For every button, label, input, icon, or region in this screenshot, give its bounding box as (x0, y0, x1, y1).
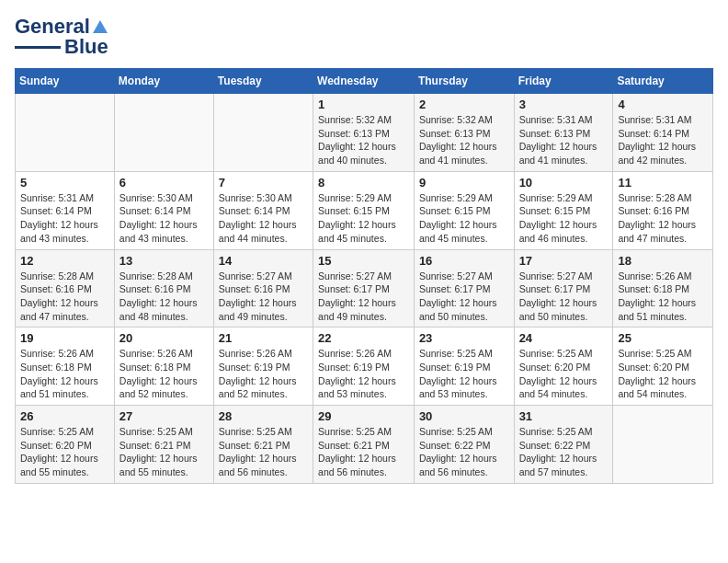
weekday-header-saturday: Saturday (613, 69, 713, 94)
day-info-line: Daylight: 12 hours (318, 375, 396, 386)
day-info-line: and 45 minutes. (318, 233, 387, 244)
day-info-line: and 42 minutes. (618, 155, 687, 166)
day-number: 7 (219, 176, 308, 190)
day-info-line: Sunset: 6:20 PM (519, 362, 591, 373)
calendar-cell: 11Sunrise: 5:28 AMSunset: 6:16 PMDayligh… (613, 171, 713, 249)
day-info-line: Daylight: 12 hours (219, 219, 297, 230)
day-info: Sunrise: 5:26 AMSunset: 6:18 PMDaylight:… (119, 347, 209, 401)
day-info-line: Sunrise: 5:27 AM (519, 270, 593, 282)
day-info-line: Daylight: 12 hours (219, 297, 297, 308)
day-info: Sunrise: 5:27 AMSunset: 6:17 PMDaylight:… (419, 270, 509, 324)
day-info-line: Sunset: 6:14 PM (219, 205, 290, 216)
day-info-line: and 50 minutes. (519, 311, 588, 322)
day-info-line: Sunset: 6:16 PM (219, 283, 290, 294)
day-info-line: Daylight: 12 hours (419, 141, 497, 152)
weekday-header-row: SundayMondayTuesdayWednesdayThursdayFrid… (16, 69, 713, 94)
day-number: 3 (519, 98, 609, 111)
day-info: Sunrise: 5:27 AMSunset: 6:17 PMDaylight:… (318, 270, 409, 324)
day-info-line: Daylight: 12 hours (618, 141, 696, 152)
day-info-line: Sunset: 6:13 PM (318, 128, 390, 139)
calendar-cell: 10Sunrise: 5:29 AMSunset: 6:15 PMDayligh… (514, 171, 613, 249)
day-info-line: Daylight: 12 hours (519, 297, 597, 308)
day-info: Sunrise: 5:25 AMSunset: 6:20 PMDaylight:… (519, 347, 609, 401)
day-info: Sunrise: 5:28 AMSunset: 6:16 PMDaylight:… (618, 191, 708, 246)
day-info: Sunrise: 5:31 AMSunset: 6:13 PMDaylight:… (519, 113, 609, 167)
day-info: Sunrise: 5:26 AMSunset: 6:19 PMDaylight:… (318, 347, 409, 401)
day-info: Sunrise: 5:30 AMSunset: 6:14 PMDaylight:… (119, 191, 209, 246)
day-info-line: and 46 minutes. (519, 233, 588, 244)
day-info-line: Sunset: 6:14 PM (618, 128, 689, 139)
week-row-3: 12Sunrise: 5:28 AMSunset: 6:16 PMDayligh… (16, 249, 713, 327)
day-info-line: Sunrise: 5:26 AM (618, 270, 691, 282)
calendar-cell: 15Sunrise: 5:27 AMSunset: 6:17 PMDayligh… (313, 249, 415, 327)
day-info: Sunrise: 5:28 AMSunset: 6:16 PMDaylight:… (20, 270, 109, 324)
day-info: Sunrise: 5:30 AMSunset: 6:14 PMDaylight:… (219, 191, 308, 246)
day-number: 27 (119, 409, 209, 423)
weekday-header-tuesday: Tuesday (213, 69, 313, 94)
day-info-line: and 40 minutes. (318, 155, 387, 166)
day-info-line: Daylight: 12 hours (20, 375, 98, 386)
day-info: Sunrise: 5:26 AMSunset: 6:18 PMDaylight:… (20, 347, 109, 401)
day-info-line: Daylight: 12 hours (618, 297, 696, 308)
day-info-line: and 41 minutes. (419, 155, 488, 166)
week-row-5: 26Sunrise: 5:25 AMSunset: 6:20 PMDayligh… (16, 406, 713, 484)
calendar-cell: 6Sunrise: 5:30 AMSunset: 6:14 PMDaylight… (114, 171, 213, 249)
day-info-line: Sunrise: 5:25 AM (419, 348, 493, 359)
day-info-line: Sunset: 6:14 PM (20, 205, 92, 216)
day-number: 1 (318, 98, 409, 111)
day-info-line: Sunrise: 5:29 AM (318, 192, 392, 203)
day-info-line: Sunrise: 5:29 AM (519, 192, 593, 203)
calendar-cell: 1Sunrise: 5:32 AMSunset: 6:13 PMDaylight… (313, 94, 415, 172)
day-info-line: and 52 minutes. (119, 388, 188, 399)
calendar-cell: 5Sunrise: 5:31 AMSunset: 6:14 PMDaylight… (16, 171, 115, 249)
day-info-line: and 41 minutes. (519, 155, 588, 166)
day-number: 8 (318, 176, 409, 190)
day-info: Sunrise: 5:28 AMSunset: 6:16 PMDaylight:… (119, 270, 209, 324)
weekday-header-sunday: Sunday (16, 69, 115, 94)
calendar-cell: 8Sunrise: 5:29 AMSunset: 6:15 PMDaylight… (313, 171, 415, 249)
day-info-line: Daylight: 12 hours (318, 141, 396, 152)
day-number: 4 (618, 98, 708, 111)
day-info-line: Sunset: 6:16 PM (618, 205, 689, 216)
day-info-line: Sunset: 6:17 PM (318, 283, 390, 294)
logo-triangle-icon (92, 18, 108, 35)
weekday-header-friday: Friday (514, 69, 613, 94)
day-info-line: and 53 minutes. (419, 388, 488, 399)
calendar-cell: 19Sunrise: 5:26 AMSunset: 6:18 PMDayligh… (16, 327, 115, 406)
calendar-cell: 16Sunrise: 5:27 AMSunset: 6:17 PMDayligh… (414, 249, 514, 327)
weekday-header-thursday: Thursday (414, 69, 514, 94)
day-info: Sunrise: 5:25 AMSunset: 6:21 PMDaylight:… (119, 425, 209, 479)
day-info: Sunrise: 5:31 AMSunset: 6:14 PMDaylight:… (618, 113, 708, 167)
day-info: Sunrise: 5:25 AMSunset: 6:20 PMDaylight:… (20, 425, 109, 479)
day-info-line: Sunset: 6:16 PM (119, 283, 191, 294)
day-info-line: Daylight: 12 hours (119, 375, 198, 386)
day-info-line: Daylight: 12 hours (20, 453, 98, 464)
svg-marker-0 (93, 20, 108, 33)
day-info-line: Sunrise: 5:26 AM (318, 348, 392, 359)
week-row-1: 1Sunrise: 5:32 AMSunset: 6:13 PMDaylight… (16, 94, 713, 172)
day-info-line: and 52 minutes. (219, 388, 288, 399)
day-info-line: Daylight: 12 hours (318, 219, 396, 230)
calendar-cell: 23Sunrise: 5:25 AMSunset: 6:19 PMDayligh… (414, 327, 514, 406)
day-info-line: and 43 minutes. (20, 233, 89, 244)
calendar-cell: 9Sunrise: 5:29 AMSunset: 6:15 PMDaylight… (414, 171, 514, 249)
day-number: 20 (119, 331, 209, 345)
calendar-cell: 20Sunrise: 5:26 AMSunset: 6:18 PMDayligh… (114, 327, 213, 406)
day-info-line: Sunset: 6:15 PM (519, 205, 591, 216)
day-info-line: Sunset: 6:14 PM (119, 205, 191, 216)
calendar-table: SundayMondayTuesdayWednesdayThursdayFrid… (15, 68, 713, 484)
calendar-cell: 2Sunrise: 5:32 AMSunset: 6:13 PMDaylight… (414, 94, 514, 172)
day-info-line: Daylight: 12 hours (519, 453, 597, 464)
day-info-line: and 57 minutes. (519, 466, 588, 477)
day-info-line: Sunset: 6:20 PM (618, 362, 689, 373)
day-info-line: Sunrise: 5:27 AM (419, 270, 493, 282)
day-info-line: Sunset: 6:15 PM (318, 205, 390, 216)
day-number: 15 (318, 254, 409, 268)
day-info: Sunrise: 5:32 AMSunset: 6:13 PMDaylight:… (419, 113, 509, 167)
calendar-cell: 26Sunrise: 5:25 AMSunset: 6:20 PMDayligh… (16, 406, 115, 484)
day-info-line: and 50 minutes. (419, 311, 488, 322)
day-info-line: Sunset: 6:18 PM (618, 283, 689, 294)
day-info-line: Sunset: 6:22 PM (519, 440, 591, 451)
day-info-line: and 56 minutes. (219, 466, 288, 477)
day-info-line: Sunset: 6:18 PM (20, 362, 92, 373)
